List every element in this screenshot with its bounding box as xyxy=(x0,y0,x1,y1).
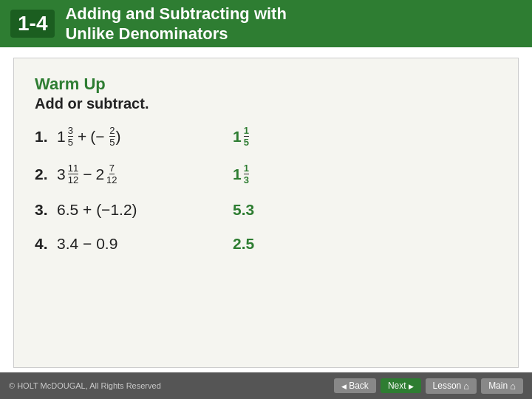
problem-number-4: 4. xyxy=(35,235,57,253)
footer: © HOLT McDOUGAL, All Rights Reserved Bac… xyxy=(0,372,532,399)
problem-row-1: 1. 1 3 5 + (− 2 5 ) 1 1 5 xyxy=(35,126,497,147)
main-home-icon xyxy=(510,381,516,392)
lesson-button[interactable]: Lesson xyxy=(426,378,477,394)
problem-expr-3: 6.5 + (−1.2) xyxy=(57,201,219,219)
problem-row-3: 3. 6.5 + (−1.2) 5.3 xyxy=(35,201,497,219)
copyright: © HOLT McDOUGAL, All Rights Reserved xyxy=(9,381,161,390)
problem-number-3: 3. xyxy=(35,201,57,219)
problem-number-2: 2. xyxy=(35,166,57,183)
problem-expr-1: 1 3 5 + (− 2 5 ) xyxy=(57,126,219,147)
header: 1-4 Adding and Subtracting with Unlike D… xyxy=(0,0,532,47)
next-arrow-icon xyxy=(409,381,414,391)
main-button[interactable]: Main xyxy=(481,378,523,394)
answer-3: 5.3 xyxy=(233,201,254,219)
problem-expr-2: 3 11 12 − 2 7 12 xyxy=(57,163,219,185)
back-arrow-icon xyxy=(341,381,347,391)
header-title: Adding and Subtracting with Unlike Denom… xyxy=(65,4,286,44)
problem-number-1: 1. xyxy=(35,128,57,146)
footer-nav: Back Next Lesson Main xyxy=(334,378,523,394)
lesson-home-icon xyxy=(463,381,469,392)
subtitle: Add or subtract. xyxy=(35,95,497,112)
answer-2: 1 1 3 xyxy=(233,163,250,185)
answer-4: 2.5 xyxy=(233,235,254,253)
problem-row-2: 2. 3 11 12 − 2 7 12 1 1 xyxy=(35,163,497,185)
next-button[interactable]: Next xyxy=(381,378,421,393)
content-area: Warm Up Add or subtract. 1. 1 3 5 + (− 2… xyxy=(13,58,519,368)
problem-expr-4: 3.4 − 0.9 xyxy=(57,235,219,253)
lesson-badge: 1-4 xyxy=(10,10,55,38)
back-button[interactable]: Back xyxy=(334,378,376,393)
section-label: Warm Up xyxy=(35,75,497,94)
answer-1: 1 1 5 xyxy=(233,126,250,147)
problem-row-4: 4. 3.4 − 0.9 2.5 xyxy=(35,235,497,253)
